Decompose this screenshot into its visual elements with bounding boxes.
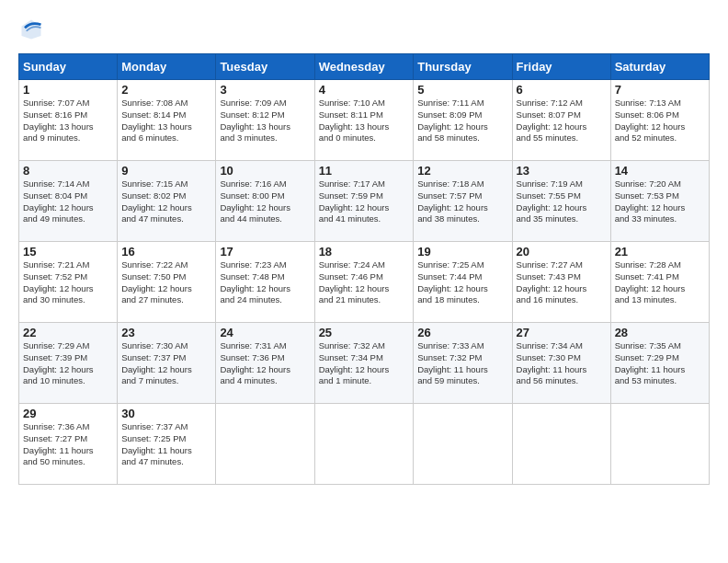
- calendar-table: Sunday Monday Tuesday Wednesday Thursday…: [18, 53, 710, 485]
- cell-text: Sunrise: 7:12 AMSunset: 8:07 PMDaylight:…: [517, 98, 607, 144]
- cell-text: Sunrise: 7:27 AMSunset: 7:43 PMDaylight:…: [517, 259, 607, 306]
- calendar-cell: 21Sunrise: 7:28 AMSunset: 7:41 PMDayligh…: [610, 242, 709, 323]
- cell-text: Sunrise: 7:14 AMSunset: 8:04 PMDaylight:…: [23, 178, 113, 225]
- day-number: 9: [121, 164, 211, 178]
- calendar-cell: 13Sunrise: 7:19 AMSunset: 7:55 PMDayligh…: [512, 161, 610, 242]
- day-number: 18: [319, 245, 410, 259]
- col-sunday: Sunday: [19, 54, 118, 80]
- cell-text: Sunrise: 7:10 AMSunset: 8:11 PMDaylight:…: [319, 98, 410, 144]
- cell-text: Sunrise: 7:25 AMSunset: 7:44 PMDaylight:…: [417, 259, 507, 306]
- calendar-cell: 8Sunrise: 7:14 AMSunset: 8:04 PMDaylight…: [19, 161, 118, 242]
- calendar-cell: 23Sunrise: 7:30 AMSunset: 7:37 PMDayligh…: [118, 323, 216, 404]
- day-number: 13: [517, 164, 607, 178]
- logo: [18, 17, 46, 42]
- calendar-cell: 30Sunrise: 7:37 AMSunset: 7:25 PMDayligh…: [118, 404, 216, 485]
- logo-icon: [18, 17, 44, 42]
- cell-text: Sunrise: 7:21 AMSunset: 7:52 PMDaylight:…: [23, 259, 113, 306]
- day-number: 17: [220, 245, 310, 259]
- day-number: 25: [319, 326, 410, 339]
- cell-text: Sunrise: 7:34 AMSunset: 7:30 PMDaylight:…: [517, 340, 607, 387]
- day-number: 30: [121, 407, 211, 420]
- cell-text: Sunrise: 7:28 AMSunset: 7:41 PMDaylight:…: [615, 259, 705, 306]
- day-number: 29: [23, 407, 113, 420]
- calendar-cell: 11Sunrise: 7:17 AMSunset: 7:59 PMDayligh…: [314, 161, 414, 242]
- cell-text: Sunrise: 7:09 AMSunset: 8:12 PMDaylight:…: [220, 98, 310, 144]
- cell-text: Sunrise: 7:24 AMSunset: 7:46 PMDaylight:…: [319, 259, 410, 306]
- cell-text: Sunrise: 7:13 AMSunset: 8:06 PMDaylight:…: [615, 98, 705, 144]
- col-monday: Monday: [118, 54, 216, 80]
- calendar-cell: 1Sunrise: 7:07 AMSunset: 8:16 PMDaylight…: [19, 80, 118, 161]
- day-number: 7: [615, 83, 705, 97]
- calendar-cell: 6Sunrise: 7:12 AMSunset: 8:07 PMDaylight…: [512, 80, 610, 161]
- cell-text: Sunrise: 7:17 AMSunset: 7:59 PMDaylight:…: [319, 178, 410, 225]
- calendar-cell: 12Sunrise: 7:18 AMSunset: 7:57 PMDayligh…: [414, 161, 512, 242]
- calendar-cell: 19Sunrise: 7:25 AMSunset: 7:44 PMDayligh…: [414, 242, 512, 323]
- day-number: 23: [121, 326, 211, 339]
- day-number: 24: [220, 326, 310, 339]
- day-number: 8: [23, 164, 113, 178]
- cell-text: Sunrise: 7:33 AMSunset: 7:32 PMDaylight:…: [417, 340, 507, 387]
- day-number: 26: [417, 326, 507, 339]
- day-number: 1: [23, 83, 113, 97]
- calendar-cell: 28Sunrise: 7:35 AMSunset: 7:29 PMDayligh…: [610, 323, 709, 404]
- calendar-cell: 7Sunrise: 7:13 AMSunset: 8:06 PMDaylight…: [610, 80, 709, 161]
- cell-text: Sunrise: 7:23 AMSunset: 7:48 PMDaylight:…: [220, 259, 310, 306]
- calendar-header: Sunday Monday Tuesday Wednesday Thursday…: [19, 54, 710, 80]
- day-number: 27: [517, 326, 607, 339]
- calendar-cell: 10Sunrise: 7:16 AMSunset: 8:00 PMDayligh…: [216, 161, 314, 242]
- col-thursday: Thursday: [414, 54, 512, 80]
- day-number: 11: [319, 164, 410, 178]
- calendar-cell: 4Sunrise: 7:10 AMSunset: 8:11 PMDaylight…: [314, 80, 414, 161]
- header: [18, 17, 710, 42]
- day-number: 20: [517, 245, 607, 259]
- calendar-cell: 27Sunrise: 7:34 AMSunset: 7:30 PMDayligh…: [512, 323, 610, 404]
- week-row: 1Sunrise: 7:07 AMSunset: 8:16 PMDaylight…: [19, 80, 710, 161]
- calendar-cell: 2Sunrise: 7:08 AMSunset: 8:14 PMDaylight…: [118, 80, 216, 161]
- day-number: 2: [121, 83, 211, 97]
- day-number: 28: [615, 326, 705, 339]
- cell-text: Sunrise: 7:16 AMSunset: 8:00 PMDaylight:…: [220, 178, 310, 225]
- calendar-cell: 20Sunrise: 7:27 AMSunset: 7:43 PMDayligh…: [512, 242, 610, 323]
- cell-text: Sunrise: 7:29 AMSunset: 7:39 PMDaylight:…: [23, 340, 113, 387]
- calendar-cell: 17Sunrise: 7:23 AMSunset: 7:48 PMDayligh…: [216, 242, 314, 323]
- page: Sunday Monday Tuesday Wednesday Thursday…: [0, 0, 728, 494]
- day-number: 6: [517, 83, 607, 97]
- cell-text: Sunrise: 7:32 AMSunset: 7:34 PMDaylight:…: [319, 340, 410, 387]
- cell-text: Sunrise: 7:31 AMSunset: 7:36 PMDaylight:…: [220, 340, 310, 387]
- calendar-cell: [414, 404, 512, 485]
- header-row: Sunday Monday Tuesday Wednesday Thursday…: [19, 54, 710, 80]
- day-number: 12: [417, 164, 507, 178]
- calendar-body: 1Sunrise: 7:07 AMSunset: 8:16 PMDaylight…: [19, 80, 710, 485]
- cell-text: Sunrise: 7:37 AMSunset: 7:25 PMDaylight:…: [121, 421, 211, 468]
- cell-text: Sunrise: 7:18 AMSunset: 7:57 PMDaylight:…: [417, 178, 507, 225]
- day-number: 5: [417, 83, 507, 97]
- calendar-cell: 9Sunrise: 7:15 AMSunset: 8:02 PMDaylight…: [118, 161, 216, 242]
- calendar-cell: [512, 404, 610, 485]
- cell-text: Sunrise: 7:08 AMSunset: 8:14 PMDaylight:…: [121, 98, 211, 144]
- day-number: 3: [220, 83, 310, 97]
- cell-text: Sunrise: 7:19 AMSunset: 7:55 PMDaylight:…: [517, 178, 607, 225]
- day-number: 19: [417, 245, 507, 259]
- cell-text: Sunrise: 7:11 AMSunset: 8:09 PMDaylight:…: [417, 98, 507, 144]
- week-row: 8Sunrise: 7:14 AMSunset: 8:04 PMDaylight…: [19, 161, 710, 242]
- day-number: 14: [615, 164, 705, 178]
- calendar-cell: 5Sunrise: 7:11 AMSunset: 8:09 PMDaylight…: [414, 80, 512, 161]
- day-number: 16: [121, 245, 211, 259]
- cell-text: Sunrise: 7:07 AMSunset: 8:16 PMDaylight:…: [23, 98, 113, 144]
- calendar-cell: 24Sunrise: 7:31 AMSunset: 7:36 PMDayligh…: [216, 323, 314, 404]
- cell-text: Sunrise: 7:22 AMSunset: 7:50 PMDaylight:…: [121, 259, 211, 306]
- cell-text: Sunrise: 7:30 AMSunset: 7:37 PMDaylight:…: [121, 340, 211, 387]
- calendar-cell: 29Sunrise: 7:36 AMSunset: 7:27 PMDayligh…: [19, 404, 118, 485]
- col-saturday: Saturday: [610, 54, 709, 80]
- calendar-cell: [610, 404, 709, 485]
- col-friday: Friday: [512, 54, 610, 80]
- calendar-cell: [314, 404, 414, 485]
- calendar-cell: 26Sunrise: 7:33 AMSunset: 7:32 PMDayligh…: [414, 323, 512, 404]
- calendar-cell: 15Sunrise: 7:21 AMSunset: 7:52 PMDayligh…: [19, 242, 118, 323]
- week-row: 15Sunrise: 7:21 AMSunset: 7:52 PMDayligh…: [19, 242, 710, 323]
- calendar-cell: [216, 404, 314, 485]
- day-number: 10: [220, 164, 310, 178]
- calendar-cell: 16Sunrise: 7:22 AMSunset: 7:50 PMDayligh…: [118, 242, 216, 323]
- cell-text: Sunrise: 7:20 AMSunset: 7:53 PMDaylight:…: [615, 178, 705, 225]
- week-row: 22Sunrise: 7:29 AMSunset: 7:39 PMDayligh…: [19, 323, 710, 404]
